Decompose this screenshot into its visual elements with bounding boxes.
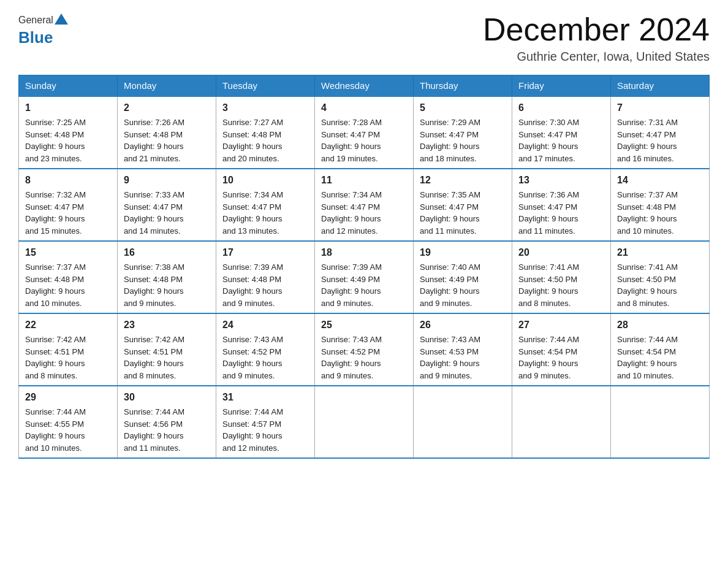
sunrise-info: Sunrise: 7:34 AM xyxy=(321,189,407,201)
calendar-cell: 5 Sunrise: 7:29 AM Sunset: 4:47 PM Dayli… xyxy=(414,96,512,169)
sunrise-info: Sunrise: 7:28 AM xyxy=(321,117,407,129)
sunrise-info: Sunrise: 7:39 AM xyxy=(222,261,308,274)
sunset-info: Sunset: 4:48 PM xyxy=(222,129,308,141)
calendar-cell: 22 Sunrise: 7:42 AM Sunset: 4:51 PM Dayl… xyxy=(19,313,118,386)
sunrise-info: Sunrise: 7:44 AM xyxy=(25,406,111,418)
sunset-info: Sunset: 4:47 PM xyxy=(420,201,506,213)
calendar-cell: 20 Sunrise: 7:41 AM Sunset: 4:50 PM Dayl… xyxy=(512,241,611,313)
svg-marker-0 xyxy=(55,13,68,25)
sunset-info: Sunset: 4:48 PM xyxy=(124,274,210,286)
title-block: December 2024 Guthrie Center, Iowa, Unit… xyxy=(483,12,710,64)
day-number: 14 xyxy=(617,173,703,188)
daylight-info: Daylight: 9 hoursand 15 minutes. xyxy=(25,213,111,237)
sunrise-info: Sunrise: 7:25 AM xyxy=(25,117,111,129)
daylight-info: Daylight: 9 hoursand 10 minutes. xyxy=(617,358,703,381)
sunrise-info: Sunrise: 7:44 AM xyxy=(222,406,308,418)
sunrise-info: Sunrise: 7:35 AM xyxy=(420,189,506,201)
sunset-info: Sunset: 4:55 PM xyxy=(25,418,111,431)
calendar-cell: 29 Sunrise: 7:44 AM Sunset: 4:55 PM Dayl… xyxy=(19,386,118,458)
col-sunday: Sunday xyxy=(19,75,118,97)
day-number: 5 xyxy=(420,101,506,115)
sunset-info: Sunset: 4:48 PM xyxy=(617,201,703,213)
daylight-info: Daylight: 9 hoursand 9 minutes. xyxy=(420,285,506,309)
sunrise-info: Sunrise: 7:42 AM xyxy=(124,334,210,346)
calendar-cell: 30 Sunrise: 7:44 AM Sunset: 4:56 PM Dayl… xyxy=(118,386,216,458)
sunset-info: Sunset: 4:56 PM xyxy=(124,418,210,431)
daylight-info: Daylight: 9 hoursand 8 minutes. xyxy=(25,358,111,381)
location-title: Guthrie Center, Iowa, United States xyxy=(483,50,710,64)
daylight-info: Daylight: 9 hoursand 11 minutes. xyxy=(518,213,604,237)
sunset-info: Sunset: 4:53 PM xyxy=(420,346,506,358)
sunset-info: Sunset: 4:47 PM xyxy=(420,129,506,141)
daylight-info: Daylight: 9 hoursand 9 minutes. xyxy=(518,358,604,381)
calendar-cell: 21 Sunrise: 7:41 AM Sunset: 4:50 PM Dayl… xyxy=(611,241,710,313)
daylight-info: Daylight: 9 hoursand 13 minutes. xyxy=(222,213,308,237)
sunrise-info: Sunrise: 7:44 AM xyxy=(617,334,703,346)
day-number: 26 xyxy=(420,318,506,332)
sunrise-info: Sunrise: 7:42 AM xyxy=(25,334,111,346)
page-header: General Blue December 2024 Guthrie Cente… xyxy=(18,12,710,64)
sunset-info: Sunset: 4:48 PM xyxy=(25,129,111,141)
sunrise-info: Sunrise: 7:43 AM xyxy=(222,334,308,346)
daylight-info: Daylight: 9 hoursand 14 minutes. xyxy=(124,213,210,237)
daylight-info: Daylight: 9 hoursand 9 minutes. xyxy=(321,285,407,309)
daylight-info: Daylight: 9 hoursand 8 minutes. xyxy=(617,285,703,309)
logo-triangle-icon xyxy=(55,12,68,26)
sunrise-info: Sunrise: 7:29 AM xyxy=(420,117,506,129)
calendar-cell xyxy=(414,386,512,458)
calendar-cell: 17 Sunrise: 7:39 AM Sunset: 4:48 PM Dayl… xyxy=(216,241,315,313)
sunset-info: Sunset: 4:52 PM xyxy=(321,346,407,358)
day-number: 6 xyxy=(518,101,604,115)
daylight-info: Daylight: 9 hoursand 17 minutes. xyxy=(518,140,604,164)
sunrise-info: Sunrise: 7:43 AM xyxy=(420,334,506,346)
daylight-info: Daylight: 9 hoursand 10 minutes. xyxy=(25,285,111,309)
logo: General Blue xyxy=(18,12,69,47)
day-number: 13 xyxy=(518,173,604,188)
sunrise-info: Sunrise: 7:31 AM xyxy=(617,117,703,129)
calendar-cell: 19 Sunrise: 7:40 AM Sunset: 4:49 PM Dayl… xyxy=(414,241,512,313)
sunrise-info: Sunrise: 7:36 AM xyxy=(518,189,604,201)
daylight-info: Daylight: 9 hoursand 9 minutes. xyxy=(222,285,308,309)
calendar-cell: 3 Sunrise: 7:27 AM Sunset: 4:48 PM Dayli… xyxy=(216,96,315,169)
daylight-info: Daylight: 9 hoursand 11 minutes. xyxy=(420,213,506,237)
sunset-info: Sunset: 4:50 PM xyxy=(518,274,604,286)
calendar-cell: 18 Sunrise: 7:39 AM Sunset: 4:49 PM Dayl… xyxy=(315,241,414,313)
sunrise-info: Sunrise: 7:39 AM xyxy=(321,261,407,274)
calendar-cell: 4 Sunrise: 7:28 AM Sunset: 4:47 PM Dayli… xyxy=(315,96,414,169)
calendar-cell: 31 Sunrise: 7:44 AM Sunset: 4:57 PM Dayl… xyxy=(216,386,315,458)
sunrise-info: Sunrise: 7:44 AM xyxy=(124,406,210,418)
day-number: 31 xyxy=(222,390,308,405)
sunset-info: Sunset: 4:48 PM xyxy=(222,274,308,286)
daylight-info: Daylight: 9 hoursand 8 minutes. xyxy=(518,285,604,309)
logo-blue-text: Blue xyxy=(18,28,53,47)
calendar-cell: 6 Sunrise: 7:30 AM Sunset: 4:47 PM Dayli… xyxy=(512,96,611,169)
daylight-info: Daylight: 9 hoursand 19 minutes. xyxy=(321,140,407,164)
sunset-info: Sunset: 4:47 PM xyxy=(321,129,407,141)
sunrise-info: Sunrise: 7:30 AM xyxy=(518,117,604,129)
sunset-info: Sunset: 4:54 PM xyxy=(617,346,703,358)
sunset-info: Sunset: 4:50 PM xyxy=(617,274,703,286)
daylight-info: Daylight: 9 hoursand 9 minutes. xyxy=(222,358,308,381)
day-number: 4 xyxy=(321,101,407,115)
calendar-cell xyxy=(611,386,710,458)
calendar-cell: 10 Sunrise: 7:34 AM Sunset: 4:47 PM Dayl… xyxy=(216,169,315,241)
month-title: December 2024 xyxy=(483,12,710,47)
sunrise-info: Sunrise: 7:34 AM xyxy=(222,189,308,201)
daylight-info: Daylight: 9 hoursand 9 minutes. xyxy=(420,358,506,381)
sunset-info: Sunset: 4:47 PM xyxy=(25,201,111,213)
sunrise-info: Sunrise: 7:32 AM xyxy=(25,189,111,201)
col-thursday: Thursday xyxy=(414,75,512,97)
logo-general-text: General xyxy=(18,15,53,26)
day-number: 10 xyxy=(222,173,308,188)
day-number: 15 xyxy=(25,245,111,260)
daylight-info: Daylight: 9 hoursand 10 minutes. xyxy=(25,430,111,454)
day-number: 7 xyxy=(617,101,703,115)
calendar-cell: 24 Sunrise: 7:43 AM Sunset: 4:52 PM Dayl… xyxy=(216,313,315,386)
sunrise-info: Sunrise: 7:40 AM xyxy=(420,261,506,274)
calendar-week-row: 15 Sunrise: 7:37 AM Sunset: 4:48 PM Dayl… xyxy=(19,241,710,313)
sunset-info: Sunset: 4:47 PM xyxy=(124,201,210,213)
calendar-header-row: Sunday Monday Tuesday Wednesday Thursday… xyxy=(19,75,710,97)
sunset-info: Sunset: 4:47 PM xyxy=(518,129,604,141)
calendar-week-row: 22 Sunrise: 7:42 AM Sunset: 4:51 PM Dayl… xyxy=(19,313,710,386)
sunset-info: Sunset: 4:47 PM xyxy=(518,201,604,213)
